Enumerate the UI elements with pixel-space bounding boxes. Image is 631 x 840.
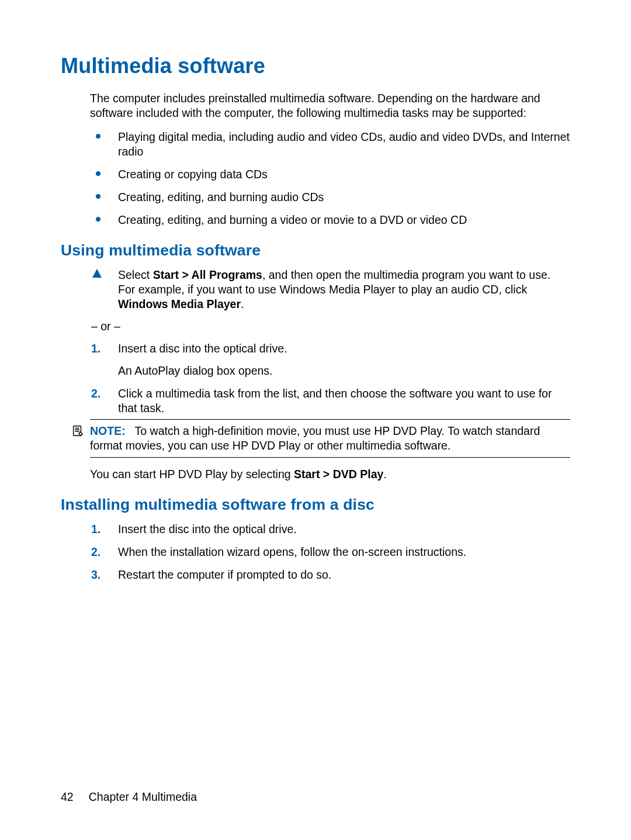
- step-text: Insert a disc into the optical drive. An…: [118, 341, 570, 379]
- step-text: Restart the computer if prompted to do s…: [118, 568, 570, 582]
- or-separator: – or –: [91, 320, 570, 333]
- note-text-content: To watch a high-definition movie, you mu…: [90, 424, 540, 452]
- step-text: Insert the disc into the optical drive.: [118, 522, 570, 537]
- page-title: Multimedia software: [61, 54, 570, 78]
- step-number: 3.: [90, 568, 118, 582]
- step-text-part: Select: [118, 268, 153, 281]
- step-number: 1.: [90, 522, 118, 537]
- note-label: NOTE:: [90, 424, 126, 437]
- section-heading-using: Using multimedia software: [61, 241, 570, 260]
- intro-paragraph: The computer includes preinstalled multi…: [90, 91, 570, 120]
- step-text-part: .: [241, 298, 244, 310]
- note-icon: [71, 424, 86, 440]
- step-number-label: 2.: [91, 386, 100, 401]
- document-page: Multimedia software The computer include…: [0, 0, 631, 840]
- paragraph-part: You can start HP DVD Play by selecting: [90, 468, 294, 481]
- numbered-step: 1. Insert a disc into the optical drive.…: [90, 341, 570, 379]
- step-text-line: Insert a disc into the optical drive.: [118, 342, 287, 355]
- numbered-step: 3. Restart the computer if prompted to d…: [90, 568, 570, 582]
- intro-block: The computer includes preinstalled multi…: [90, 91, 570, 227]
- section-heading-installing: Installing multimedia software from a di…: [61, 496, 570, 514]
- feature-list: Playing digital media, including audio a…: [90, 130, 570, 227]
- section-a-body: Select Start > All Programs, and then op…: [90, 268, 570, 482]
- single-step: Select Start > All Programs, and then op…: [90, 268, 570, 312]
- step-number: 2.: [90, 545, 118, 559]
- page-number: 42: [61, 790, 74, 803]
- ui-path: Start > All Programs: [153, 268, 262, 281]
- list-item: Creating, editing, and burning a video o…: [90, 213, 570, 227]
- ui-label: Windows Media Player: [118, 298, 241, 310]
- note-callout: NOTE: To watch a high-definition movie, …: [90, 419, 570, 458]
- step-number-label: 2.: [91, 545, 100, 559]
- step-number: 2.: [90, 386, 118, 416]
- numbered-step: 1. Insert the disc into the optical driv…: [90, 522, 570, 537]
- list-item: Playing digital media, including audio a…: [90, 130, 570, 159]
- step-text: When the installation wizard opens, foll…: [118, 545, 570, 559]
- list-item: Creating, editing, and burning audio CDs: [90, 190, 570, 205]
- ui-path: Start > DVD Play: [294, 468, 383, 481]
- step-number: 1.: [90, 341, 118, 379]
- numbered-step: 2. When the installation wizard opens, f…: [90, 545, 570, 559]
- list-item: Creating or copying data CDs: [90, 167, 570, 182]
- after-note-paragraph: You can start HP DVD Play by selecting S…: [90, 467, 570, 482]
- paragraph-part: .: [383, 468, 386, 481]
- triangle-icon: [90, 268, 118, 312]
- step-text-line: Click a multimedia task from the list, a…: [118, 387, 552, 414]
- step-number-label: 1.: [91, 341, 100, 356]
- section-b-body: 1. Insert the disc into the optical driv…: [90, 522, 570, 582]
- step-number-label: 3.: [91, 568, 100, 582]
- numbered-step: 2. Click a multimedia task from the list…: [90, 386, 570, 416]
- step-text: Click a multimedia task from the list, a…: [118, 386, 570, 416]
- step-text: Select Start > All Programs, and then op…: [118, 268, 570, 312]
- chapter-label: Chapter 4 Multimedia: [89, 790, 197, 803]
- step-number-label: 1.: [91, 522, 100, 537]
- note-body: NOTE: To watch a high-definition movie, …: [90, 424, 570, 453]
- page-footer: 42Chapter 4 Multimedia: [61, 790, 197, 804]
- step-subtext: An AutoPlay dialog box opens.: [118, 364, 570, 378]
